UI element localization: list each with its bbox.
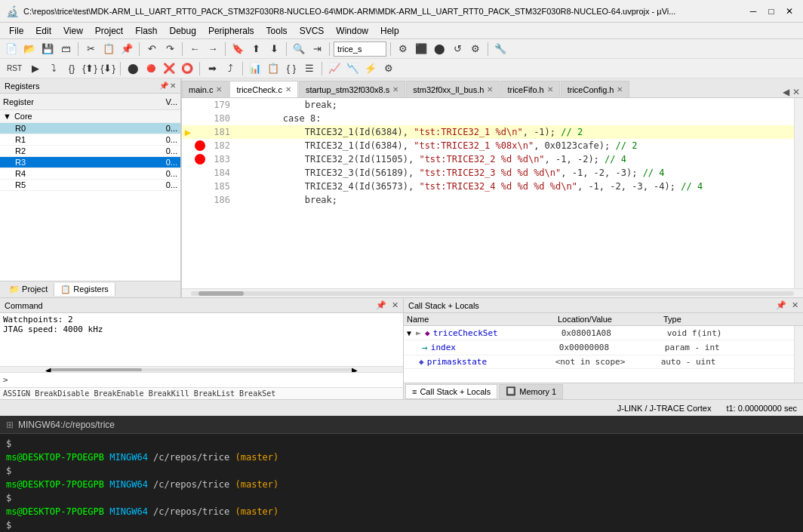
minimize-button[interactable]: ─ xyxy=(746,4,761,19)
code-hscrollbar[interactable] xyxy=(182,288,803,297)
register-row-r0[interactable]: R0 0... xyxy=(0,123,180,134)
tab-tricefifo-close[interactable]: ✕ xyxy=(547,85,553,94)
step-out-button[interactable]: {⬆} xyxy=(82,60,98,77)
breakpoint-182[interactable] xyxy=(195,140,205,151)
menu-project[interactable]: Project xyxy=(89,24,129,38)
command-input[interactable] xyxy=(11,375,403,385)
run-to-cursor-button[interactable]: ⤴ xyxy=(222,60,238,77)
menu-view[interactable]: View xyxy=(57,24,89,38)
nav-back-button[interactable]: ← xyxy=(186,41,203,57)
undo-button[interactable]: ↶ xyxy=(143,41,160,57)
view-disasm-button[interactable]: ☰ xyxy=(301,60,318,77)
nav-fwd-button[interactable]: → xyxy=(205,41,221,57)
tab-stm32-h[interactable]: stm32f0xx_ll_bus.h ✕ xyxy=(406,81,500,97)
registers-close-button[interactable]: ✕ xyxy=(170,81,176,90)
menu-debug[interactable]: Debug xyxy=(164,24,202,38)
callstack-pin-icon[interactable]: 📌 xyxy=(776,300,786,309)
step-over-button[interactable]: {} xyxy=(63,60,80,77)
config-button[interactable]: ⚙ xyxy=(395,41,411,57)
command-scrollbar[interactable]: ◀ ▶ xyxy=(0,366,403,372)
next-bookmark-button[interactable]: ⬇ xyxy=(266,41,282,57)
view-memory-button[interactable]: 📊 xyxy=(247,60,263,77)
disable-bp-button[interactable]: ⭕ xyxy=(179,60,195,77)
tab-scroll-left-icon[interactable]: ◀ xyxy=(783,87,789,97)
expand-trice-icon[interactable]: ▼ xyxy=(407,329,416,337)
tab-main-c[interactable]: main.c ✕ xyxy=(182,81,229,97)
menu-file[interactable]: File xyxy=(3,24,29,38)
register-row-r1[interactable]: R1 0... xyxy=(0,134,180,146)
paste-button[interactable]: 📌 xyxy=(118,41,135,57)
command-pin-icon[interactable]: 📌 xyxy=(376,300,386,309)
tab-tricefifo-h[interactable]: triceFifo.h ✕ xyxy=(500,81,559,97)
logic-analyzer-button[interactable]: 📈 xyxy=(326,60,343,77)
show-next-button[interactable]: ➡ xyxy=(204,60,220,77)
new-file-button[interactable]: 📄 xyxy=(3,41,20,57)
tab-memory-1[interactable]: 🔲 Memory 1 xyxy=(499,384,563,399)
tab-startup-s[interactable]: startup_stm32f030x8.s ✕ xyxy=(299,81,405,97)
code-vscrollbar[interactable] xyxy=(794,98,803,288)
breakpoint-183[interactable] xyxy=(195,154,205,165)
close-button[interactable]: ✕ xyxy=(782,4,797,19)
callstack-row-trice[interactable]: ▼ ► ◆ triceCheckSet 0x08001A08 void f(in… xyxy=(404,326,794,340)
tab-tricecheck-close[interactable]: ✕ xyxy=(285,85,291,94)
debug-reset-button[interactable]: ↺ xyxy=(449,41,466,57)
debug-menu-button[interactable]: ⚙ xyxy=(467,41,484,57)
register-row-r4[interactable]: R4 0... xyxy=(0,168,180,180)
debug-stop-button[interactable]: ⬛ xyxy=(413,41,429,57)
rst-button[interactable]: RST xyxy=(3,60,26,77)
save-all-button[interactable]: 🗃 xyxy=(57,41,74,57)
search-input[interactable] xyxy=(337,45,383,54)
command-close-icon[interactable]: ✕ xyxy=(392,300,398,309)
register-row-r2[interactable]: R2 0... xyxy=(0,146,180,157)
open-file-button[interactable]: 📂 xyxy=(21,41,38,57)
settings-button[interactable]: ⚙ xyxy=(380,60,397,77)
tab-stm32-close[interactable]: ✕ xyxy=(487,85,493,94)
tab-main-c-close[interactable]: ✕ xyxy=(216,85,222,94)
menu-edit[interactable]: Edit xyxy=(29,24,57,38)
menu-tools[interactable]: Tools xyxy=(260,24,294,38)
register-row-r3[interactable]: R3 0... xyxy=(0,157,180,168)
tab-call-stack-locals[interactable]: ≡ Call Stack + Locals xyxy=(405,384,497,399)
callstack-vscrollbar[interactable] xyxy=(794,326,803,383)
prev-bookmark-button[interactable]: ⬆ xyxy=(248,41,264,57)
terminal-content[interactable]: $ ms@DESKTOP-7POEGPB MINGW64 /c/repos/tr… xyxy=(0,434,803,532)
view-code-button[interactable]: { } xyxy=(283,60,300,77)
find-button[interactable]: 🔍 xyxy=(291,41,307,57)
tab-triceconfig-h[interactable]: triceConfig.h ✕ xyxy=(561,81,630,97)
tab-tricecheck-c[interactable]: triceCheck.c ✕ xyxy=(229,81,298,97)
trace-button[interactable]: ⚡ xyxy=(362,60,379,77)
debug-run-button[interactable]: ⬤ xyxy=(431,41,448,57)
registers-pin-button[interactable]: 📌 xyxy=(159,81,168,90)
tab-registers[interactable]: 📋 Registers xyxy=(54,283,115,296)
maximize-button[interactable]: □ xyxy=(764,4,779,19)
step-into-button[interactable]: {⬇} xyxy=(100,60,116,77)
cut-button[interactable]: ✂ xyxy=(82,41,99,57)
register-row-r5[interactable]: R5 0... xyxy=(0,180,180,191)
save-file-button[interactable]: 💾 xyxy=(39,41,56,57)
copy-button[interactable]: 📋 xyxy=(100,41,117,57)
callstack-row-primask[interactable]: ◆ primaskstate <not in scope> auto - uin… xyxy=(404,355,794,369)
indent-button[interactable]: ⇥ xyxy=(309,41,325,57)
tab-triceconfig-close[interactable]: ✕ xyxy=(617,85,623,94)
run-button[interactable]: ▶ xyxy=(27,60,44,77)
menu-help[interactable]: Help xyxy=(374,24,405,38)
redo-button[interactable]: ↷ xyxy=(162,41,178,57)
clear-bp-button[interactable]: ❌ xyxy=(161,60,177,77)
bookmark-button[interactable]: 🔖 xyxy=(229,41,246,57)
callstack-close-icon[interactable]: ✕ xyxy=(792,300,798,309)
breakpoints-button[interactable]: 🔴 xyxy=(143,60,159,77)
search-box[interactable] xyxy=(334,42,386,57)
perf-analyzer-button[interactable]: 📉 xyxy=(344,60,361,77)
tab-startup-close[interactable]: ✕ xyxy=(392,85,398,94)
insert-bp-button[interactable]: ⬤ xyxy=(125,60,141,77)
menu-svcs[interactable]: SVCS xyxy=(294,24,331,38)
menu-peripherals[interactable]: Peripherals xyxy=(202,24,260,38)
step-button[interactable]: ⤵ xyxy=(45,60,62,77)
callstack-row-index[interactable]: → index 0x00000008 param - int xyxy=(404,340,794,355)
tab-close-all-icon[interactable]: ✕ xyxy=(792,87,800,97)
core-group-header[interactable]: ▼ Core xyxy=(0,110,180,123)
menu-flash[interactable]: Flash xyxy=(129,24,163,38)
tab-project[interactable]: 📁 Project xyxy=(3,283,54,296)
debug-tools-button[interactable]: 🔧 xyxy=(492,41,509,57)
menu-window[interactable]: Window xyxy=(330,24,374,38)
